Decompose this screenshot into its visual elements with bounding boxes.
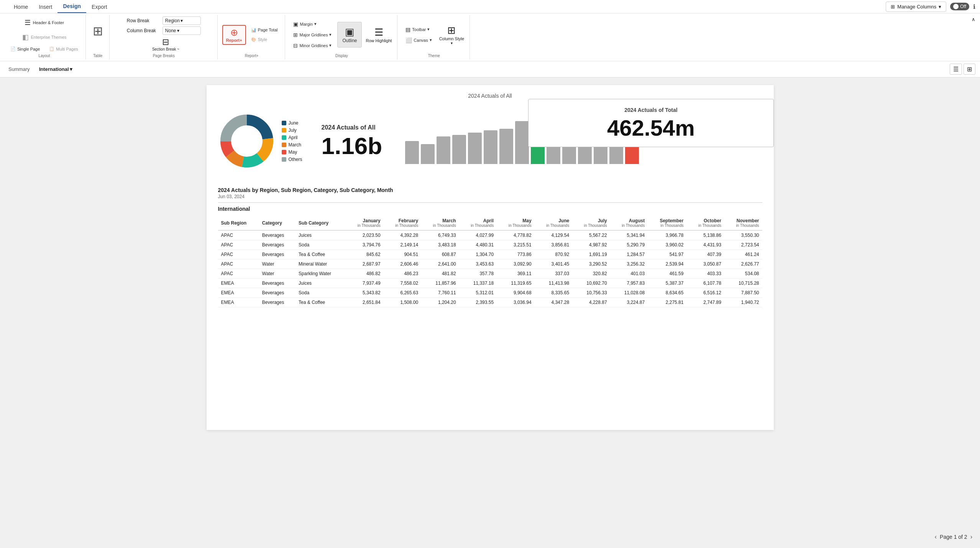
tab-home[interactable]: Home (8, 1, 33, 13)
tab-insert[interactable]: Insert (33, 1, 57, 13)
svg-point-7 (231, 126, 262, 156)
cell-sub_region-3: APAC (218, 259, 259, 269)
dropdown-arrow-icon: ▾ (939, 4, 941, 10)
column-break-arrow: ▾ (177, 28, 179, 33)
row-highlight-button[interactable]: ☰ Row Highlight (364, 25, 393, 44)
cell-june-1: 3,856.81 (535, 240, 573, 250)
cell-july-1: 4,987.92 (572, 240, 610, 250)
next-page-button[interactable]: › (970, 533, 972, 540)
header-footer-label: Header & Footer (33, 20, 64, 25)
multi-pages-label: Multi Pages (56, 47, 78, 51)
outline-button[interactable]: ▣ Outline (337, 22, 362, 48)
page-navigation: ‹ Page 1 of 2 › (935, 533, 972, 540)
section-break-button[interactable]: ⊟ Section Break ~ (149, 36, 182, 53)
cell-november-0: 3,550.30 (724, 230, 762, 240)
canvas-button[interactable]: ⬜ Canvas ▾ (402, 36, 435, 45)
bar-rect-8 (515, 121, 529, 164)
cell-july-5: 10,692.70 (572, 279, 610, 288)
list-view-button[interactable]: ☰ (950, 64, 962, 75)
toggle-dot (953, 4, 959, 9)
style-button[interactable]: 🎨 Style (248, 36, 281, 44)
cell-sub_category-4: Sparkling Water (295, 269, 346, 279)
cell-june-3: 3,401.45 (535, 259, 573, 269)
prev-page-button[interactable]: ‹ (935, 533, 937, 540)
row-break-value: Region (165, 18, 180, 23)
column-style-label: Column Style (439, 36, 464, 41)
header-footer-button[interactable]: ☰ Header & Footer (21, 16, 67, 29)
canvas-arrow: ▾ (430, 38, 432, 43)
page-total-button[interactable]: 📊 Page Total (248, 26, 281, 34)
grid-view-button[interactable]: ⊞ (964, 64, 975, 75)
bar-rect-5 (468, 133, 482, 164)
info-icon[interactable]: ℹ (973, 3, 975, 10)
theme-group-label: Theme (428, 53, 440, 58)
legend-label-march: March (289, 142, 301, 148)
enterprise-themes-button[interactable]: ◧ Enterprise Themes (19, 31, 70, 43)
tab-design[interactable]: Design (57, 0, 86, 13)
donut-chart-section: June July April March (218, 112, 302, 170)
bar-rect-4 (452, 135, 466, 164)
cell-june-7: 4,347.28 (535, 298, 573, 307)
column-style-button[interactable]: ⊞ Column Style ▾ (438, 23, 466, 47)
cell-september-3: 2,539.94 (648, 259, 686, 269)
cell-january-6: 5,343.82 (346, 288, 384, 298)
bar-item-1 (405, 141, 419, 164)
cell-august-2: 1,284.57 (610, 250, 648, 259)
toolbar-button[interactable]: ▤ Toolbar ▾ (402, 25, 435, 34)
single-page-button[interactable]: 📄 Single Page (7, 45, 43, 53)
cell-may-4: 369.11 (497, 269, 535, 279)
sub-tab-international[interactable]: International ▾ (35, 65, 76, 74)
cell-category-7: Beverages (259, 298, 295, 307)
cell-category-1: Beverages (259, 240, 295, 250)
cell-august-6: 11,028.08 (610, 288, 648, 298)
cell-category-5: Beverages (259, 279, 295, 288)
cell-march-3: 2,641.00 (421, 259, 459, 269)
cell-sub_category-7: Tea & Coffee (295, 298, 346, 307)
cell-sub_region-5: EMEA (218, 279, 259, 288)
legend-label-july: July (289, 128, 297, 133)
manage-columns-button[interactable]: ⊞ Manage Columns ▾ (886, 2, 946, 12)
cell-april-0: 4,027.99 (459, 230, 497, 240)
cell-february-2: 904.51 (384, 250, 422, 259)
cell-october-3: 3,050.87 (686, 259, 724, 269)
legend-april: April (282, 135, 302, 140)
section-break-label: Section Break ~ (152, 47, 179, 51)
cell-sub_category-3: Mineral Water (295, 259, 346, 269)
data-table: Sub Region Category Sub Category January… (218, 216, 762, 307)
col-header-november: Novemberin Thousands (724, 216, 762, 230)
cell-january-7: 2,651.84 (346, 298, 384, 307)
theme-group: ▤ Toolbar ▾ ⬜ Canvas ▾ ⊞ Column Style ▾ (398, 15, 470, 59)
report-plus-button[interactable]: ⊕ Report+ (222, 25, 246, 45)
outline-label: Outline (342, 38, 357, 43)
ribbon-collapse-button[interactable]: ∧ (970, 15, 977, 59)
legend-may: May (282, 149, 302, 155)
margin-button[interactable]: ▣ Margin ▾ (290, 20, 335, 29)
cell-may-6: 9,904.68 (497, 288, 535, 298)
data-section: 2024 Actuals by Region, Sub Region, Cate… (218, 187, 762, 307)
bar-item-8 (515, 121, 529, 164)
cell-march-0: 6,749.33 (421, 230, 459, 240)
major-gridlines-button[interactable]: ⊞ Major Gridlines ▾ (290, 30, 335, 39)
cell-april-1: 4,480.31 (459, 240, 497, 250)
enterprise-icon: ◧ (22, 33, 29, 41)
cell-sub_category-1: Soda (295, 240, 346, 250)
multi-pages-button[interactable]: 📋 Multi Pages (46, 45, 81, 53)
report-plus-group: ⊕ Report+ 📊 Page Total 🎨 Style Report+ (218, 15, 286, 59)
column-break-dropdown[interactable]: None ▾ (163, 26, 201, 35)
cell-november-4: 534.08 (724, 269, 762, 279)
cell-january-2: 845.62 (346, 250, 384, 259)
sub-tab-summary[interactable]: Summary (5, 65, 34, 74)
cell-september-6: 8,634.65 (648, 288, 686, 298)
cell-october-4: 403.33 (686, 269, 724, 279)
off-toggle-button[interactable]: Off (950, 3, 969, 10)
row-break-dropdown[interactable]: Region ▾ (163, 16, 201, 25)
single-page-icon: 📄 (10, 46, 16, 51)
tab-export[interactable]: Export (86, 1, 112, 13)
multi-pages-icon: 📋 (49, 46, 54, 51)
cell-march-5: 11,857.96 (421, 279, 459, 288)
minor-gridlines-button[interactable]: ⊟ Minor Gridlines ▾ (290, 41, 335, 50)
page-total-icon: 📊 (251, 28, 256, 33)
cell-october-2: 407.39 (686, 250, 724, 259)
cell-september-1: 3,960.02 (648, 240, 686, 250)
cell-october-6: 6,516.12 (686, 288, 724, 298)
